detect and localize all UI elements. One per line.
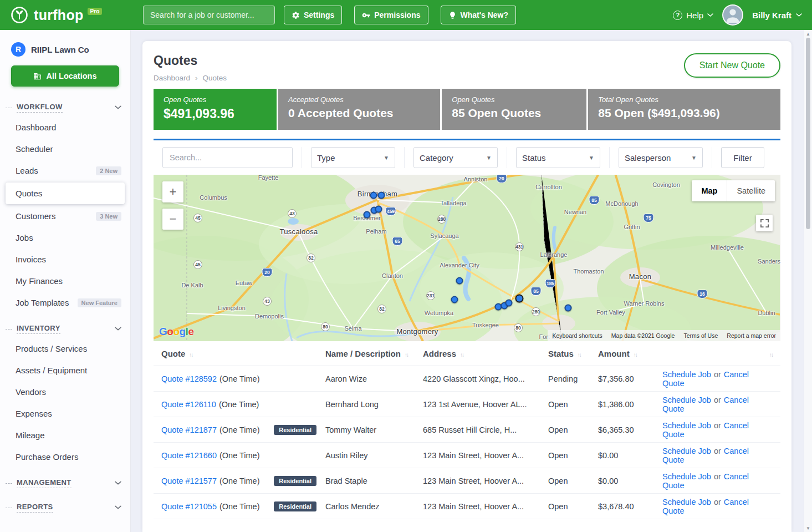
map-marker[interactable] [515,295,524,303]
map-type-map-button[interactable]: Map [692,180,727,201]
customer-name: Austin Riley [325,451,423,460]
topbar: turfhop Pro Settings Permissions What's … [0,0,812,30]
schedule-job-link[interactable]: Schedule Job [662,396,711,404]
sort-icon[interactable] [634,349,637,358]
map-marker[interactable] [370,192,377,199]
th-actions[interactable] [662,349,773,358]
th-status[interactable]: Status [548,349,598,358]
section-workflow[interactable]: WORKFLOW [0,99,130,116]
report-map-error-link[interactable]: Report a map error [727,332,776,339]
global-search-input[interactable] [143,6,275,24]
settings-button[interactable]: Settings [284,6,342,24]
th-name-description[interactable]: Name / Description [325,349,423,358]
filter-button[interactable]: Filter [721,147,764,168]
vertical-scrollbar[interactable]: ▲ ▼ [804,30,812,532]
company-row[interactable]: R RIIPL Lawn Co [0,40,130,57]
all-locations-button[interactable]: All Locations [11,65,119,87]
app-logo[interactable]: turfhop Pro [10,6,134,24]
whats-new-button[interactable]: What's New? [441,6,517,24]
type-select[interactable]: Type ▼ [311,147,395,168]
map-marker[interactable] [364,211,371,219]
map-marker[interactable] [456,277,463,285]
sort-icon[interactable] [405,349,408,358]
keyboard-shortcuts-link[interactable]: Keyboard shortcuts [552,332,602,339]
map-city-label: Tuskegee [472,322,499,328]
sidebar-item-assets-equipment[interactable]: Assets / Equipment [0,359,130,381]
sidebar-item-vendors[interactable]: Vendors [0,381,130,403]
map-marker[interactable] [375,206,382,213]
zoom-out-button[interactable]: − [162,209,183,230]
sort-icon[interactable] [769,349,773,358]
sidebar-item-purchase-orders[interactable]: Purchase Orders [0,446,130,468]
quotes-search-input[interactable] [162,147,293,168]
map-marker[interactable] [565,305,572,312]
sort-icon[interactable] [578,349,581,358]
sidebar-item-dashboard[interactable]: Dashboard [0,116,130,138]
sidebar-item-quotes[interactable]: Quotes [6,183,125,204]
new-feature-badge: New Feature [78,298,121,307]
map[interactable]: FayetteColumbusTuscaloosaBirminghamBesse… [154,175,780,341]
sidebar-item-customers[interactable]: Customers 3 New [0,205,130,227]
map-marker[interactable] [378,192,385,199]
tree-dash [6,108,12,108]
sidebar-item-jobs[interactable]: Jobs [0,227,130,249]
sidebar-item-my-finances[interactable]: My Finances [0,270,130,292]
section-inventory[interactable]: INVENTORY [0,320,130,338]
th-quote[interactable]: Quote [161,349,325,358]
quotes-table: Quote Name / Description Address Status … [154,341,780,519]
scrollbar-thumb[interactable] [806,38,810,229]
chevron-down-icon [707,13,713,17]
map-city-label: Clanton [382,272,403,279]
th-amount[interactable]: Amount [598,349,662,358]
sidebar-item-products-services[interactable]: Products / Services [0,338,130,359]
map-city-label: Columbus [200,194,227,201]
user-avatar[interactable] [722,4,743,26]
person-icon [723,6,742,24]
sidebar-item-invoices[interactable]: Invoices [0,249,130,270]
customers-new-badge: 3 New [96,212,121,221]
map-marker[interactable] [505,300,513,307]
permissions-button[interactable]: Permissions [354,6,428,24]
salesperson-select[interactable]: Salesperson ▼ [619,147,703,168]
customer-name: Brad Staple [325,477,423,485]
th-address[interactable]: Address [423,349,548,358]
sort-icon[interactable] [189,349,192,358]
user-menu[interactable]: Billy Kraft [752,11,802,20]
fullscreen-button[interactable] [756,215,773,231]
customer-name: Tommy Walter [325,425,423,434]
category-select[interactable]: Category ▼ [413,147,498,168]
quote-type: (One Time) [219,400,259,409]
sidebar-item-leads[interactable]: Leads 2 New [0,160,130,181]
schedule-job-link[interactable]: Schedule Job [662,370,711,379]
breadcrumb-dashboard[interactable]: Dashboard [154,74,190,82]
section-reports[interactable]: REPORTS [0,499,130,516]
map-city-label: Tuscaloosa [280,227,318,236]
schedule-job-link[interactable]: Schedule Job [662,498,711,506]
quote-link[interactable]: Quote #121660 [161,451,217,460]
terms-of-use-link[interactable]: Terms of Use [683,332,718,339]
section-management[interactable]: MANAGEMENT [0,474,130,492]
sort-icon[interactable] [460,349,463,358]
schedule-job-link[interactable]: Schedule Job [662,472,711,481]
schedule-job-link[interactable]: Schedule Job [662,447,711,455]
help-menu[interactable]: ? Help [673,11,713,20]
map-marker[interactable] [451,296,458,303]
map-type-satellite-button[interactable]: Satellite [727,180,775,201]
quote-link[interactable]: Quote #128592 [161,374,217,383]
sidebar-item-job-templates[interactable]: Job Templates New Feature [0,292,130,313]
quote-link[interactable]: Quote #121877 [161,425,217,434]
schedule-job-link[interactable]: Schedule Job [662,421,711,430]
quote-link[interactable]: Quote #126110 [161,400,216,409]
status-select[interactable]: Status ▼ [516,147,600,168]
stats-row: Open Quotes $491,093.96 Accepted Quotes … [154,89,780,130]
quote-link[interactable]: Quote #121577 [161,477,217,485]
route-shield-icon: 80 [321,322,330,331]
sidebar-item-expenses[interactable]: Expenses [0,403,130,424]
scroll-up-arrow[interactable]: ▲ [804,30,812,38]
sidebar-item-mileage[interactable]: Mileage [0,424,130,446]
start-new-quote-button[interactable]: Start New Quote [684,53,780,78]
zoom-in-button[interactable]: + [162,181,183,202]
quote-link[interactable]: Quote #121055 [161,502,217,511]
sidebar-item-scheduler[interactable]: Scheduler [0,138,130,160]
scroll-down-arrow[interactable]: ▼ [804,524,812,532]
